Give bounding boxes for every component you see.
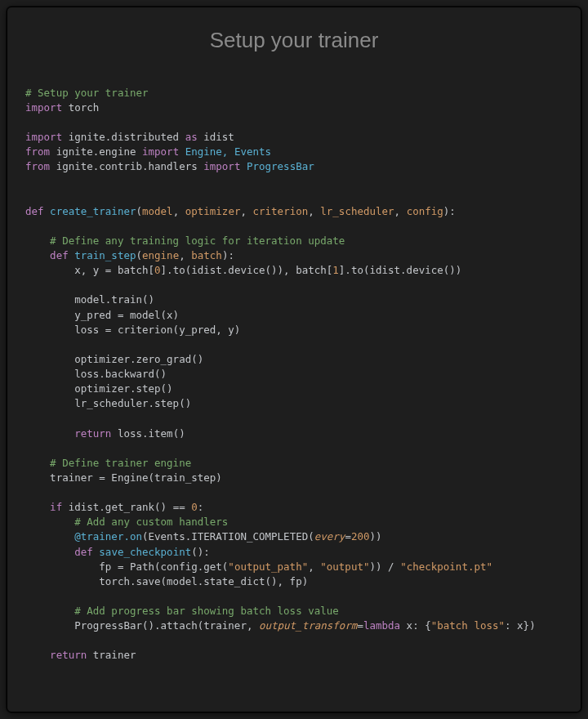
indent [25, 516, 74, 528]
kw-import: import [203, 160, 240, 172]
decorator: @trainer.on [74, 530, 142, 543]
p: ): [222, 249, 234, 261]
comment: # Define any training logic for iteratio… [50, 234, 345, 247]
kw-import: import [25, 131, 62, 143]
p: , [173, 205, 185, 217]
line: trainer = Engine(train_step) [25, 471, 222, 484]
num: 0 [191, 501, 198, 513]
fn-name: create_trainer [50, 205, 136, 217]
mod: torch [62, 101, 99, 114]
param: config [407, 205, 443, 217]
param: criterion [253, 205, 309, 217]
num: 200 [351, 530, 370, 543]
line: loss = criterion(y_pred, y) [25, 324, 240, 336]
line: optimizer.step() [25, 382, 173, 395]
mod: ignite.distributed [62, 131, 185, 143]
indent [25, 234, 50, 247]
fn-name: save_checkpoint [99, 546, 191, 558]
kw-import: import [25, 101, 62, 114]
names: Engine, Events [179, 145, 271, 158]
kw-def: def [50, 249, 69, 261]
comment: # Add any custom handlers [74, 516, 228, 528]
line: x, y = batch[ [25, 264, 154, 276]
param: optimizer [185, 205, 241, 217]
comment: # Add progress bar showing batch loss va… [74, 605, 339, 617]
kw-as: as [185, 131, 198, 143]
line: )) [369, 530, 381, 543]
line: = [357, 619, 363, 632]
num: 0 [154, 264, 161, 276]
line: : [198, 501, 204, 513]
line: loss.backward() [25, 368, 167, 380]
line: optimizer.zero_grad() [25, 353, 203, 365]
line: lr_scheduler.step() [25, 397, 191, 409]
line: , [308, 560, 320, 573]
fn-name: train_step [74, 249, 136, 261]
indent [25, 501, 50, 513]
indent [25, 530, 74, 543]
param: lr_scheduler [320, 205, 394, 217]
p: ): [443, 205, 456, 217]
param: model [142, 205, 173, 217]
indent [25, 427, 74, 440]
param: batch [191, 249, 222, 261]
param: engine [142, 249, 179, 261]
page-title: Setup your trainer [7, 7, 581, 86]
code-line: # Setup your trainer [25, 87, 149, 99]
kw-return: return [50, 649, 87, 661]
kwarg: output_transform [259, 619, 357, 632]
line: ProgressBar().attach(trainer, [25, 619, 259, 632]
indent [25, 649, 50, 661]
kw-from: from [25, 160, 50, 172]
line: idist.get_rank() == [62, 501, 191, 513]
p: , [240, 205, 252, 217]
str: "output_path" [228, 560, 308, 573]
mod: ignite.contrib.handlers [50, 160, 203, 172]
line: ].to(idist.device()) [339, 264, 462, 276]
p: ( [136, 249, 142, 261]
line: (Events.ITERATION_COMPLETED( [142, 530, 314, 543]
indent [25, 457, 50, 469]
kw-def: def [74, 546, 93, 558]
line: = [345, 530, 351, 543]
names: ProgressBar [240, 160, 314, 172]
line: )) / [369, 560, 400, 573]
indent [25, 605, 74, 617]
kw-from: from [25, 145, 50, 158]
p: (): [191, 546, 210, 558]
line: torch.save(model.state_dict(), fp) [25, 575, 308, 587]
line: ].to(idist.device()), batch[ [161, 264, 333, 276]
p: , [179, 249, 191, 261]
sp [44, 205, 51, 217]
kwarg: every [314, 530, 345, 543]
str: "checkpoint.pt" [400, 560, 492, 573]
line: x: { [400, 619, 431, 632]
comment: # Define trainer engine [50, 457, 191, 469]
line: y_pred = model(x) [25, 309, 179, 321]
indent [25, 249, 50, 261]
line: trainer [87, 649, 136, 661]
line: model.train() [25, 293, 154, 306]
kw-lambda: lambda [363, 619, 400, 632]
str: "batch loss" [431, 619, 505, 632]
code-block: # Setup your trainer import torch import… [7, 86, 581, 663]
code-panel: Setup your trainer # Setup your trainer … [7, 7, 581, 712]
mod: ignite.engine [50, 145, 142, 158]
alias: idist [198, 131, 234, 143]
indent [25, 546, 74, 558]
kw-import: import [142, 145, 179, 158]
line: loss.item() [111, 427, 185, 440]
line: : x}) [505, 619, 536, 632]
p: , [394, 205, 407, 217]
kw-if: if [50, 501, 62, 513]
line: fp = Path(config.get( [25, 560, 228, 573]
kw-def: def [25, 205, 44, 217]
p: ( [136, 205, 142, 217]
str: "output" [320, 560, 369, 573]
kw-return: return [74, 427, 111, 440]
p: , [308, 205, 320, 217]
num: 1 [332, 264, 339, 276]
